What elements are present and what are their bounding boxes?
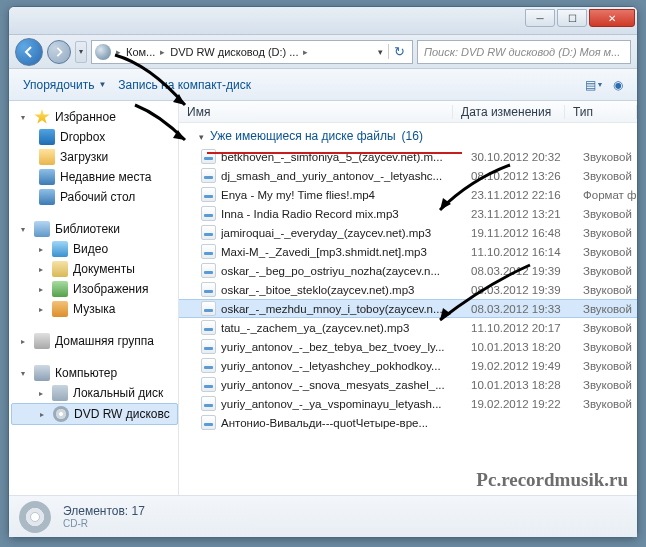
nav-libraries[interactable]: ▾Библиотеки	[11, 219, 178, 239]
search-input[interactable]: Поиск: DVD RW дисковод (D:) Моя м...	[417, 40, 631, 64]
file-icon	[201, 339, 216, 354]
nav-homegroup[interactable]: ▸Домашняя группа	[11, 331, 178, 351]
file-type: Звуковой	[583, 398, 632, 410]
column-headers: Имя Дата изменения Тип	[179, 101, 637, 123]
file-type: Звуковой	[583, 151, 632, 163]
nav-favorites[interactable]: ▾Избранное	[11, 107, 178, 127]
file-row[interactable]: betkhoven_-_simfoniya_5_(zaycev.net).m..…	[179, 147, 637, 166]
titlebar: ─ ☐ ✕	[9, 7, 637, 35]
column-type[interactable]: Тип	[565, 105, 637, 119]
file-date: 19.11.2012 16:48	[471, 227, 583, 239]
group-header[interactable]: ▾ Уже имеющиеся на диске файлы (16)	[179, 123, 637, 147]
address-dropdown[interactable]: ▾	[373, 47, 388, 57]
file-row[interactable]: jamiroquai_-_everyday_(zaycev.net).mp319…	[179, 223, 637, 242]
file-row[interactable]: oskar_-_beg_po_ostriyu_nozha(zaycev.n...…	[179, 261, 637, 280]
file-date: 08.03.2012 19:39	[471, 265, 583, 277]
file-name: Enya - My my! Time flies!.mp4	[221, 189, 471, 201]
file-row[interactable]: oskar_-_mezhdu_mnoy_i_toboy(zaycev.n...0…	[179, 299, 637, 318]
nav-documents[interactable]: ▸Документы	[11, 259, 178, 279]
close-button[interactable]: ✕	[589, 9, 635, 27]
forward-arrow-icon	[54, 47, 64, 57]
nav-recent[interactable]: Недавние места	[11, 167, 178, 187]
file-name: Inna - India Radio Record mix.mp3	[221, 208, 471, 220]
help-button[interactable]: ◉	[607, 74, 629, 96]
file-row[interactable]: yuriy_antonov_-_snova_mesyats_zashel_...…	[179, 375, 637, 394]
file-date: 08.03.2012 19:33	[471, 303, 583, 315]
computer-icon	[34, 365, 50, 381]
file-icon	[201, 282, 216, 297]
file-date: 10.01.2013 18:20	[471, 341, 583, 353]
breadcrumb-chevron-icon[interactable]: ▸	[158, 47, 167, 57]
toolbar: Упорядочить▼ Запись на компакт-диск ▤▼ ◉	[9, 69, 637, 101]
breadcrumb-computer[interactable]: Ком...	[123, 46, 158, 58]
navbar: ▾ ▸ Ком... ▸ DVD RW дисковод (D:) ... ▸ …	[9, 35, 637, 69]
dvd-icon	[53, 406, 69, 422]
file-row[interactable]: yuriy_antonov_-_ya_vspominayu_letyash...…	[179, 394, 637, 413]
history-dropdown[interactable]: ▾	[75, 41, 87, 63]
file-row[interactable]: tatu_-_zachem_ya_(zaycev.net).mp311.10.2…	[179, 318, 637, 337]
burn-disc-button[interactable]: Запись на компакт-диск	[112, 75, 257, 95]
back-button[interactable]	[15, 38, 43, 66]
nav-images[interactable]: ▸Изображения	[11, 279, 178, 299]
file-icon	[201, 396, 216, 411]
column-date[interactable]: Дата изменения	[453, 105, 565, 119]
nav-music[interactable]: ▸Музыка	[11, 299, 178, 319]
file-type: Звуковой	[583, 284, 632, 296]
favorites-icon	[34, 109, 50, 125]
recent-icon	[39, 169, 55, 185]
file-date: 08.03.2012 19:39	[471, 284, 583, 296]
file-row[interactable]: Антонио-Вивальди---quotЧетыре-вре...	[179, 413, 637, 432]
forward-button[interactable]	[47, 40, 71, 64]
file-name: jamiroquai_-_everyday_(zaycev.net).mp3	[221, 227, 471, 239]
nav-computer[interactable]: ▾Компьютер	[11, 363, 178, 383]
explorer-window: ─ ☐ ✕ ▾ ▸ Ком... ▸ DVD RW дисковод (D:) …	[8, 6, 638, 538]
file-icon	[201, 358, 216, 373]
libraries-icon	[34, 221, 50, 237]
nav-video[interactable]: ▸Видео	[11, 239, 178, 259]
file-name: dj_smash_and_yuriy_antonov_-_letyashc...	[221, 170, 471, 182]
breadcrumb-drive[interactable]: DVD RW дисковод (D:) ...	[167, 46, 301, 58]
refresh-button[interactable]: ↻	[388, 44, 410, 59]
file-icon	[201, 225, 216, 240]
file-list-pane: Имя Дата изменения Тип ▾ Уже имеющиеся н…	[179, 101, 637, 495]
file-type: Звуковой	[583, 265, 632, 277]
minimize-button[interactable]: ─	[525, 9, 555, 27]
status-bar: Элементов: 17 CD-R	[9, 495, 637, 537]
file-row[interactable]: Maxi-M_-_Zavedi_[mp3.shmidt.net].mp311.1…	[179, 242, 637, 261]
nav-dvd-drive[interactable]: ▸DVD RW дисковс	[11, 403, 178, 425]
watermark: Pc.recordmusik.ru	[476, 469, 628, 491]
file-name: oskar_-_mezhdu_mnoy_i_toboy(zaycev.n...	[221, 303, 471, 315]
nav-local-disk[interactable]: ▸Локальный диск	[11, 383, 178, 403]
organize-menu[interactable]: Упорядочить▼	[17, 75, 112, 95]
file-type: Звуковой	[583, 303, 632, 315]
file-row[interactable]: Enya - My my! Time flies!.mp423.11.2012 …	[179, 185, 637, 204]
back-arrow-icon	[23, 46, 35, 58]
address-bar[interactable]: ▸ Ком... ▸ DVD RW дисковод (D:) ... ▸ ▾ …	[91, 40, 413, 64]
file-date: 08.10.2012 13:26	[471, 170, 583, 182]
annotation-underline	[207, 152, 462, 154]
maximize-button[interactable]: ☐	[557, 9, 587, 27]
file-type: Формат ф	[583, 189, 637, 201]
file-name: Антонио-Вивальди---quotЧетыре-вре...	[221, 417, 471, 429]
music-icon	[52, 301, 68, 317]
file-icon	[201, 377, 216, 392]
nav-dropbox[interactable]: Dropbox	[11, 127, 178, 147]
file-type: Звуковой	[583, 322, 632, 334]
nav-downloads[interactable]: Загрузки	[11, 147, 178, 167]
file-row[interactable]: Inna - India Radio Record mix.mp323.11.2…	[179, 204, 637, 223]
documents-icon	[52, 261, 68, 277]
breadcrumb-chevron-icon[interactable]: ▸	[114, 47, 123, 57]
breadcrumb-chevron-icon[interactable]: ▸	[301, 47, 310, 57]
file-date: 30.10.2012 20:32	[471, 151, 583, 163]
file-date: 11.10.2012 20:17	[471, 322, 583, 334]
file-row[interactable]: yuriy_antonov_-_letyashchey_pokhodkoy...…	[179, 356, 637, 375]
column-name[interactable]: Имя	[179, 105, 453, 119]
view-options-button[interactable]: ▤▼	[583, 74, 605, 96]
file-row[interactable]: oskar_-_bitoe_steklo(zaycev.net).mp308.0…	[179, 280, 637, 299]
file-name: oskar_-_beg_po_ostriyu_nozha(zaycev.n...	[221, 265, 471, 277]
file-row[interactable]: yuriy_antonov_-_bez_tebya_bez_tvoey_ly..…	[179, 337, 637, 356]
file-list: betkhoven_-_simfoniya_5_(zaycev.net).m..…	[179, 147, 637, 432]
file-row[interactable]: dj_smash_and_yuriy_antonov_-_letyashc...…	[179, 166, 637, 185]
nav-desktop[interactable]: Рабочий стол	[11, 187, 178, 207]
file-icon	[201, 206, 216, 221]
